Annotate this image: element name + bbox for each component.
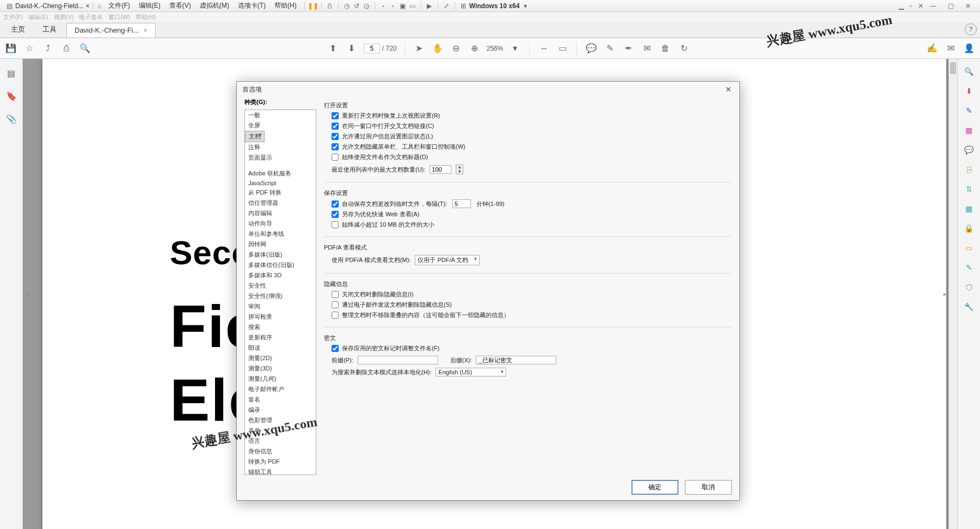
category-item[interactable]: 身份信息 — [245, 446, 316, 457]
vm-menu-help[interactable]: 帮助(H) — [271, 1, 300, 10]
category-item[interactable]: 拼写检查 — [245, 312, 316, 322]
chk-hidden-email-input[interactable] — [332, 301, 339, 308]
expand-icon[interactable]: ⤢ — [443, 2, 450, 10]
suffix-input[interactable] — [476, 356, 556, 364]
vm-doc-tab[interactable]: ▤ David-K.-Cheng-Field... × — [2, 2, 93, 10]
dialog-close-icon[interactable]: ✕ — [723, 84, 734, 95]
console-icon[interactable]: ▶ — [426, 2, 433, 10]
host-max-icon[interactable]: ▢ — [944, 2, 957, 10]
chk-filename-title[interactable]: 始终使用文件名作为文档标题(D) — [324, 152, 732, 162]
chk-redact-rename-input[interactable] — [332, 345, 339, 352]
tab-tools[interactable]: 工具 — [35, 22, 64, 38]
ok-button[interactable]: 确定 — [632, 480, 678, 495]
chk-hidden-email[interactable]: 通过电子邮件发送文档时删除隐藏信息(S) — [324, 300, 732, 310]
tab-file-close[interactable]: × — [143, 27, 147, 34]
category-item[interactable]: 从 PDF 转换 — [245, 187, 316, 198]
host-min-icon[interactable]: — — [927, 2, 940, 10]
category-item[interactable]: 审阅 — [245, 301, 316, 312]
manage-icon[interactable]: ◶ — [363, 2, 370, 10]
vm-menu-tabs[interactable]: 选项卡(T) — [235, 1, 269, 10]
tool-fill-icon[interactable]: ✎ — [963, 262, 975, 273]
chk-reduce-size[interactable]: 始终减小超过 10 MB 的文件的大小 — [324, 220, 732, 230]
sign-tool-icon[interactable]: ✍ — [926, 42, 939, 55]
app-menu-window[interactable]: 窗口(W) — [108, 13, 130, 21]
category-item[interactable]: 因特网 — [245, 239, 316, 250]
star-icon[interactable]: ☆ — [23, 42, 36, 55]
app-menu-help[interactable]: 帮助(H) — [136, 13, 156, 21]
vm-menu-view[interactable]: 查看(V) — [166, 1, 194, 10]
chk-allow-hide[interactable]: 允许文档隐藏菜单栏、工具栏和窗口控制项(W) — [324, 142, 732, 152]
pdfa-select[interactable]: 仅用于 PDF/A 文档 — [415, 255, 480, 265]
scroll-thumb[interactable] — [950, 62, 956, 74]
chk-fast-web[interactable]: 另存为优化快速 Web 查看(A) — [324, 209, 732, 220]
tab-home[interactable]: 主页 — [3, 22, 33, 38]
category-item[interactable]: 全屏 — [245, 120, 316, 131]
multi-mon-icon[interactable]: ▫ — [389, 2, 397, 10]
comment-icon[interactable]: 💬 — [585, 42, 598, 55]
scrollbar-vertical[interactable] — [948, 59, 957, 529]
category-item[interactable]: 文档 — [245, 131, 265, 142]
chk-hidden-close[interactable]: 关闭文档时删除隐藏信息(I) — [324, 289, 732, 300]
tool-export-icon[interactable]: ⬇ — [963, 85, 975, 97]
recent-spinner[interactable]: ▲▼ — [456, 165, 463, 174]
tool-organize-icon[interactable]: ⇅ — [963, 183, 975, 195]
home-icon[interactable]: ⌂ — [95, 2, 103, 10]
category-item[interactable]: 测量(2D) — [245, 353, 316, 363]
vm-menu-file[interactable]: 文件(F) — [105, 1, 133, 10]
category-item[interactable]: 一般 — [245, 110, 316, 120]
rotate-icon[interactable]: ↻ — [677, 42, 690, 55]
host-close-icon[interactable]: ✕ — [961, 2, 975, 10]
tool-edit-icon[interactable]: ✎ — [963, 105, 975, 117]
tool-combine-icon[interactable]: ⌸ — [963, 163, 975, 175]
app-menu-view[interactable]: 视图(V) — [54, 13, 74, 21]
category-item[interactable]: 测量(3D) — [245, 363, 316, 374]
chk-hidden-sanitize[interactable]: 整理文档时不移除重叠的内容（这可能会留下一些隐藏的信息） — [324, 310, 732, 320]
category-item[interactable]: 测量(几何) — [245, 374, 316, 384]
clock-icon[interactable]: ◷ — [343, 2, 351, 10]
bookmark-icon[interactable]: 🔖 — [6, 90, 17, 101]
chk-layer-state-input[interactable] — [332, 133, 339, 140]
chk-allow-hide-input[interactable] — [332, 143, 339, 150]
page-current-input[interactable] — [364, 44, 380, 53]
category-item[interactable]: 编录 — [245, 405, 316, 415]
account-icon[interactable]: 👤 — [963, 42, 976, 55]
tool-comment-icon[interactable]: 💬 — [963, 144, 975, 156]
pause-icon[interactable]: ❚❚ — [309, 2, 317, 10]
sign-icon[interactable]: ✒ — [622, 42, 635, 55]
chk-same-window[interactable]: 在同一窗口中打开交叉文档链接(C) — [324, 121, 732, 131]
category-item[interactable]: 搜索 — [245, 322, 316, 332]
tool-redact-icon[interactable]: ▦ — [963, 203, 975, 215]
category-item[interactable]: 朗读 — [245, 343, 316, 353]
tool-more1-icon[interactable]: ⬡ — [963, 281, 975, 293]
zoom-level[interactable]: 256% — [487, 45, 504, 52]
print-icon[interactable]: ⎙ — [60, 42, 73, 55]
category-item[interactable]: 更新程序 — [245, 332, 316, 343]
page-up-icon[interactable]: ⬆ — [327, 42, 340, 55]
scroll-right-icon[interactable]: ▸ — [942, 290, 947, 299]
chk-autosave-input[interactable] — [332, 200, 339, 208]
category-item[interactable]: Adobe 联机服务 — [245, 168, 316, 179]
tab-file[interactable]: David-K.-Cheng-Fi... × — [66, 23, 156, 38]
category-item[interactable]: 多媒体(旧版) — [245, 250, 316, 260]
mail-icon[interactable]: ✉ — [944, 42, 957, 55]
locale-select[interactable]: English (US) — [436, 368, 506, 376]
app-menu-file[interactable]: 文件(F) — [3, 13, 23, 21]
category-item[interactable]: 多媒体和 3D — [245, 270, 316, 281]
category-item[interactable]: 安全性 — [245, 281, 316, 291]
category-item[interactable]: JavaScript — [245, 179, 316, 187]
cancel-button[interactable]: 取消 — [685, 480, 732, 495]
vm-menu-edit[interactable]: 编辑(E) — [136, 1, 164, 10]
stamp-icon[interactable]: ✉ — [640, 42, 653, 55]
category-item[interactable]: 页面显示 — [245, 153, 316, 163]
category-item[interactable]: 签名 — [245, 394, 316, 405]
category-item[interactable]: 多媒体信任(旧版) — [245, 260, 316, 270]
chk-reduce-size-input[interactable] — [332, 221, 339, 228]
chk-redact-rename[interactable]: 保存应用的密文标记时调整文件名(F) — [324, 343, 732, 354]
fullscreen-icon[interactable]: ▣ — [399, 2, 407, 10]
save-icon[interactable]: 💾 — [4, 42, 17, 55]
fit-width-icon[interactable]: ↔ — [537, 42, 550, 55]
fit-page-icon[interactable]: ▭ — [556, 42, 569, 55]
tool-create-icon[interactable]: ▦ — [963, 124, 975, 136]
scroll-left-icon[interactable]: ◂ — [24, 290, 29, 299]
vm-max-icon[interactable]: ▫ — [907, 2, 915, 10]
